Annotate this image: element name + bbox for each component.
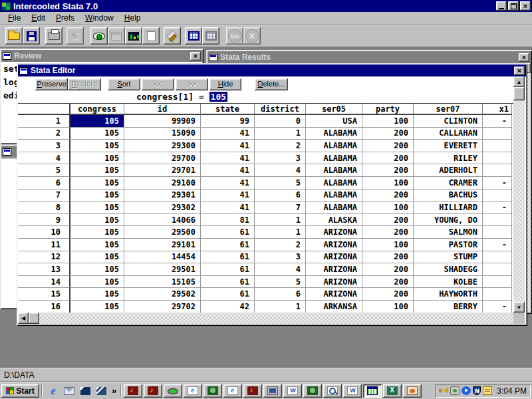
menu-edit[interactable]: Edit bbox=[26, 12, 51, 24]
quick-launch-internet-explorer[interactable] bbox=[47, 386, 59, 396]
data-cell[interactable]: SALMON bbox=[414, 226, 483, 239]
toolbar-print-button[interactable] bbox=[45, 27, 63, 45]
data-cell[interactable]: 1 bbox=[255, 214, 306, 227]
data-cell[interactable]: 14066 bbox=[124, 214, 201, 227]
data-cell[interactable]: BERRY bbox=[414, 301, 483, 313]
editor-vertical-scrollbar[interactable]: ▲ ▼ bbox=[513, 76, 525, 313]
tray-notes-icon[interactable] bbox=[483, 386, 492, 395]
data-cell[interactable]: 200 bbox=[362, 251, 414, 264]
data-cell[interactable]: 200 bbox=[362, 164, 414, 177]
quick-launch-overflow-button[interactable]: » bbox=[110, 386, 118, 396]
data-cell[interactable]: ALABAMA bbox=[306, 201, 362, 214]
column-header-id[interactable]: id bbox=[124, 104, 201, 115]
data-cell[interactable] bbox=[483, 140, 512, 152]
data-cell[interactable] bbox=[483, 226, 512, 239]
data-cell[interactable] bbox=[483, 152, 512, 165]
data-cell[interactable]: CLINTON bbox=[414, 115, 483, 128]
menu-window[interactable]: Window bbox=[80, 12, 119, 24]
data-cell[interactable]: 1 bbox=[255, 226, 306, 239]
editor--button[interactable]: << bbox=[142, 78, 174, 90]
data-cell[interactable]: 105 bbox=[70, 190, 124, 202]
scroll-down-button[interactable]: ▼ bbox=[513, 302, 525, 313]
minimize-button[interactable] bbox=[496, 1, 507, 11]
data-cell[interactable]: STUMP bbox=[414, 251, 483, 264]
data-cell[interactable]: CRAMER bbox=[414, 177, 483, 190]
taskbar-button-find[interactable] bbox=[323, 384, 342, 398]
data-cell[interactable]: ALABAMA bbox=[306, 140, 362, 152]
data-cell[interactable]: 105 bbox=[70, 201, 124, 214]
taskbar-button-computer[interactable] bbox=[263, 384, 282, 398]
data-cell[interactable]: EVERETT bbox=[414, 140, 483, 152]
data-cell[interactable]: 6 bbox=[255, 288, 306, 301]
vertical-scroll-thumb[interactable] bbox=[513, 87, 525, 100]
editor-sort-button[interactable]: Sort bbox=[108, 78, 140, 90]
data-cell[interactable] bbox=[483, 263, 512, 276]
toolbar-results-window-button[interactable] bbox=[108, 27, 125, 45]
editor-restore-button[interactable]: Restore bbox=[68, 78, 101, 90]
taskbar-button-word-document[interactable] bbox=[283, 384, 302, 398]
data-cell[interactable]: 29502 bbox=[124, 288, 201, 301]
data-cell[interactable]: 61 bbox=[201, 276, 255, 289]
quick-launch-view-channels[interactable] bbox=[95, 386, 107, 396]
taskbar-button-excel[interactable] bbox=[383, 384, 402, 398]
data-cell[interactable]: ARKANSA bbox=[306, 301, 362, 313]
data-cell[interactable]: 105 bbox=[70, 164, 124, 177]
data-cell[interactable]: 100 bbox=[362, 201, 414, 214]
data-cell[interactable]: 29701 bbox=[124, 164, 201, 177]
data-cell[interactable]: 29702 bbox=[124, 301, 201, 313]
taskbar-button-game[interactable] bbox=[203, 384, 222, 398]
data-cell[interactable]: HILLIARD bbox=[414, 201, 483, 214]
data-cell[interactable]: 41 bbox=[201, 164, 255, 177]
toolbar-open-button[interactable] bbox=[5, 27, 23, 45]
data-cell[interactable]: 99 bbox=[201, 115, 255, 128]
taskbar-button-media[interactable] bbox=[124, 384, 142, 398]
column-header-x1[interactable]: x1 bbox=[483, 104, 512, 115]
data-cell[interactable]: RILEY bbox=[414, 152, 483, 165]
data-cell[interactable]: 6 bbox=[255, 190, 306, 202]
data-cell[interactable]: 41 bbox=[201, 201, 255, 214]
data-cell[interactable]: ARIZONA bbox=[306, 251, 362, 264]
taskbar-button-media[interactable] bbox=[243, 384, 262, 398]
data-cell[interactable]: 61 bbox=[201, 239, 255, 251]
data-cell[interactable]: 7 bbox=[255, 201, 306, 214]
data-cell[interactable]: 0 bbox=[255, 115, 306, 128]
close-button[interactable]: × bbox=[520, 1, 531, 11]
data-cell[interactable]: - bbox=[483, 115, 512, 128]
data-cell[interactable]: 41 bbox=[201, 140, 255, 152]
data-cell[interactable]: 2 bbox=[255, 140, 306, 152]
menu-file[interactable]: File bbox=[3, 12, 26, 24]
menu-help[interactable]: Help bbox=[119, 12, 146, 24]
data-cell[interactable]: CALLAHAN bbox=[414, 128, 483, 140]
data-cell[interactable]: 3 bbox=[255, 152, 306, 165]
data-cell[interactable]: 105 bbox=[70, 226, 124, 239]
toolbar-new-do-file-button[interactable] bbox=[142, 27, 160, 45]
scroll-up-button[interactable]: ▲ bbox=[513, 76, 525, 87]
data-cell[interactable]: 29100 bbox=[124, 177, 201, 190]
data-cell[interactable]: 200 bbox=[362, 214, 414, 227]
data-cell[interactable]: 29500 bbox=[124, 226, 201, 239]
data-cell[interactable]: 14454 bbox=[124, 251, 201, 264]
data-cell[interactable]: 15090 bbox=[124, 128, 201, 140]
data-cell[interactable]: 4 bbox=[255, 263, 306, 276]
data-cell[interactable]: 29501 bbox=[124, 263, 201, 276]
data-cell[interactable]: 200 bbox=[362, 288, 414, 301]
data-cell[interactable]: ALABAMA bbox=[306, 152, 362, 165]
data-cell[interactable]: 105 bbox=[70, 276, 124, 289]
data-cell[interactable]: HAYWORTH bbox=[414, 288, 483, 301]
data-cell[interactable] bbox=[483, 214, 512, 227]
data-cell[interactable]: 61 bbox=[201, 288, 255, 301]
data-cell[interactable]: 41 bbox=[201, 190, 255, 202]
taskbar-button-media[interactable] bbox=[144, 384, 162, 398]
toolbar-data-browser-button[interactable] bbox=[202, 27, 219, 45]
data-cell[interactable]: 105 bbox=[70, 177, 124, 190]
column-header-party[interactable]: party bbox=[362, 104, 414, 115]
data-cell[interactable]: 61 bbox=[201, 251, 255, 264]
data-cell[interactable]: 41 bbox=[201, 128, 255, 140]
taskbar-button-word-document[interactable] bbox=[343, 384, 362, 398]
data-cell[interactable]: 29700 bbox=[124, 152, 201, 165]
data-cell[interactable]: 29300 bbox=[124, 140, 201, 152]
maximize-button[interactable] bbox=[508, 1, 519, 11]
taskbar-button-media-player[interactable] bbox=[164, 384, 182, 398]
column-header-district[interactable]: district bbox=[255, 104, 306, 115]
data-cell[interactable]: 99909 bbox=[124, 115, 201, 128]
